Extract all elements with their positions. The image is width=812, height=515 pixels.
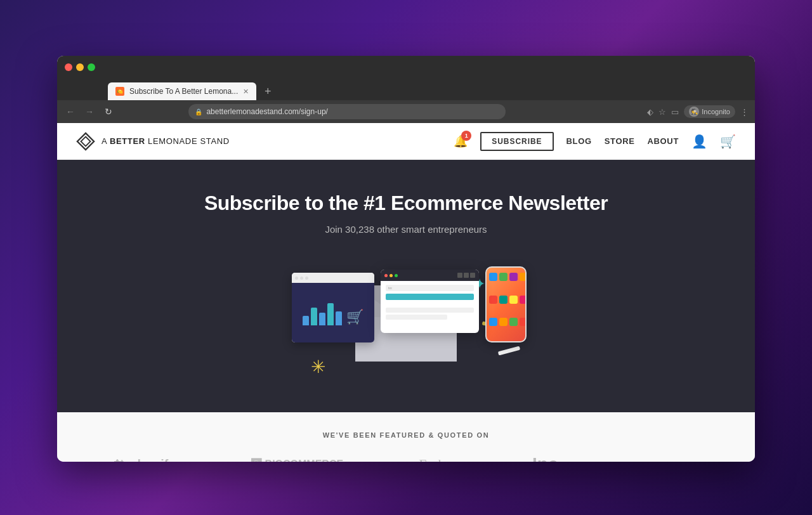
browser-mockup-illustration: 🛒	[292, 273, 374, 342]
email-popup-illustration: to:	[381, 270, 479, 333]
bar-4	[327, 303, 334, 325]
app-icon-4	[520, 273, 527, 281]
maximize-button[interactable]	[88, 63, 95, 71]
cart-illustration-icon: 🛒	[346, 309, 363, 325]
ep-to-field: to:	[386, 285, 474, 291]
cart-icon[interactable]: 🛒	[720, 134, 736, 149]
subscribe-nav-button[interactable]: SUBSCRIBE	[480, 132, 553, 151]
nav-store[interactable]: STORE	[605, 136, 635, 146]
bm-dot-1	[295, 277, 298, 280]
app-icon-1	[489, 273, 497, 281]
featured-section: WE'VE BEEN FEATURED & QUOTED ON 🛍 shopif…	[57, 412, 755, 462]
bm-dot-2	[300, 277, 303, 280]
svg-marker-0	[77, 133, 94, 149]
user-icon[interactable]: 👤	[691, 134, 707, 149]
ep-body: to:	[381, 281, 479, 323]
ep-subject-field	[386, 294, 474, 300]
svg-marker-1	[81, 136, 91, 146]
ep-controls	[457, 273, 475, 278]
app-icon-3	[509, 273, 518, 281]
bar-chart: 🛒	[303, 300, 363, 325]
brand-shopify: 🛍 shopify	[114, 457, 175, 462]
shopify-icon: 🛍	[114, 457, 126, 462]
cast-icon[interactable]: ⬖	[647, 107, 653, 117]
phone-screen	[487, 268, 525, 341]
phone-illustration	[485, 266, 527, 342]
bm-dot-3	[305, 277, 308, 280]
close-button[interactable]	[65, 63, 72, 71]
site-logo[interactable]: A BETTER LEMONADE STAND	[76, 132, 230, 151]
incognito-label: Incognito	[702, 108, 730, 115]
url-bar[interactable]: 🔒 abetterlemonadestand.com/sign-up/	[188, 104, 506, 119]
menu-icon[interactable]: ⋮	[740, 107, 749, 117]
hero-section: Subscribe to the #1 Ecommerce Newsletter…	[57, 160, 755, 412]
app-icon-5	[489, 296, 497, 304]
logo-text: A BETTER LEMONADE STAND	[102, 136, 230, 146]
bigcommerce-icon: 🅱	[251, 459, 261, 462]
traffic-lights	[65, 63, 95, 71]
brand-entrepreneur: Entrepreneur	[638, 459, 698, 462]
brand-forbes: Forbes	[419, 456, 457, 462]
asterisk-decoration: ✳	[311, 356, 325, 377]
forward-button[interactable]: →	[82, 105, 96, 119]
bar-3	[319, 313, 325, 325]
brand-logo-row: 🛍 shopify 🅱 BIGCOMMERCE Forbes Inc. Entr…	[70, 454, 742, 462]
lock-icon: 🔒	[195, 108, 202, 115]
address-bar-right: ⬖ ☆ ▭ 🕵 Incognito ⋮	[647, 105, 749, 118]
ep-dot-red	[384, 274, 388, 277]
shopify-text: shopify	[130, 457, 175, 462]
ep-body-line-1	[386, 308, 474, 313]
ep-dot-green	[395, 274, 398, 277]
nav-about[interactable]: ABOUT	[648, 136, 679, 146]
app-icon-9	[489, 318, 497, 326]
hero-subtitle: Join 30,238 other smart entrepreneurs	[325, 224, 487, 235]
bm-titlebar	[292, 273, 374, 283]
app-icon-6	[499, 296, 508, 304]
ep-ctrl-3	[470, 273, 475, 278]
featured-title: WE'VE BEEN FEATURED & QUOTED ON	[70, 431, 742, 439]
entrepreneur-text: Entrepreneur	[638, 459, 698, 462]
app-icon-11	[509, 318, 518, 326]
tab-bar: 🍋 Subscribe To A Better Lemona... ✕ +	[57, 79, 755, 100]
bar-5	[336, 311, 342, 325]
app-icon-12	[520, 318, 527, 326]
back-button[interactable]: ←	[63, 105, 77, 119]
bm-body: 🛒	[292, 283, 374, 342]
nav-blog[interactable]: BLOG	[566, 136, 592, 146]
minimize-button[interactable]	[76, 63, 84, 71]
url-text: abetterlemonadestand.com/sign-up/	[206, 107, 327, 116]
bar-2	[311, 308, 317, 325]
hero-title: Subscribe to the #1 Ecommerce Newsletter	[204, 192, 608, 215]
ep-body-line-2	[386, 315, 447, 320]
tab-close-icon[interactable]: ✕	[243, 88, 249, 96]
app-icon-8	[520, 296, 527, 304]
title-bar	[57, 56, 755, 79]
site-nav: 🔔 1 SUBSCRIBE BLOG STORE ABOUT 👤 🛒	[454, 132, 736, 151]
bigcommerce-text: BIGCOMMERCE	[265, 459, 344, 462]
sidebar-icon[interactable]: ▭	[671, 107, 679, 117]
site-header: A BETTER LEMONADE STAND 🔔 1 SUBSCRIBE BL…	[57, 123, 755, 160]
brand-bigcommerce: 🅱 BIGCOMMERCE	[251, 459, 344, 462]
browser-window: 🍋 Subscribe To A Better Lemona... ✕ + ← …	[57, 56, 755, 462]
reload-button[interactable]: ↻	[102, 105, 115, 119]
forbes-text: Forbes	[419, 456, 457, 462]
brand-inc: Inc.	[532, 454, 563, 462]
bar-1	[303, 316, 309, 325]
tab-favicon: 🍋	[115, 87, 124, 96]
incognito-badge[interactable]: 🕵 Incognito	[684, 105, 735, 118]
bookmark-icon[interactable]: ☆	[658, 107, 666, 117]
address-bar: ← → ↻ 🔒 abetterlemonadestand.com/sign-up…	[57, 100, 755, 123]
tab-title: Subscribe To A Better Lemona...	[129, 87, 238, 96]
website-content: A BETTER LEMONADE STAND 🔔 1 SUBSCRIBE BL…	[57, 123, 755, 462]
hero-illustration: ✦ ✳	[273, 260, 539, 387]
notification-bell[interactable]: 🔔 1	[454, 134, 468, 148]
deco-white	[498, 346, 520, 356]
ep-ctrl-1	[457, 273, 462, 278]
active-tab[interactable]: 🍋 Subscribe To A Better Lemona... ✕	[108, 82, 256, 100]
ep-titlebar	[381, 270, 479, 281]
app-icon-2	[499, 273, 508, 281]
incognito-avatar: 🕵	[689, 107, 699, 117]
ep-ctrl-2	[464, 273, 469, 278]
ep-dot-yellow	[390, 274, 393, 277]
new-tab-button[interactable]: +	[259, 82, 277, 100]
